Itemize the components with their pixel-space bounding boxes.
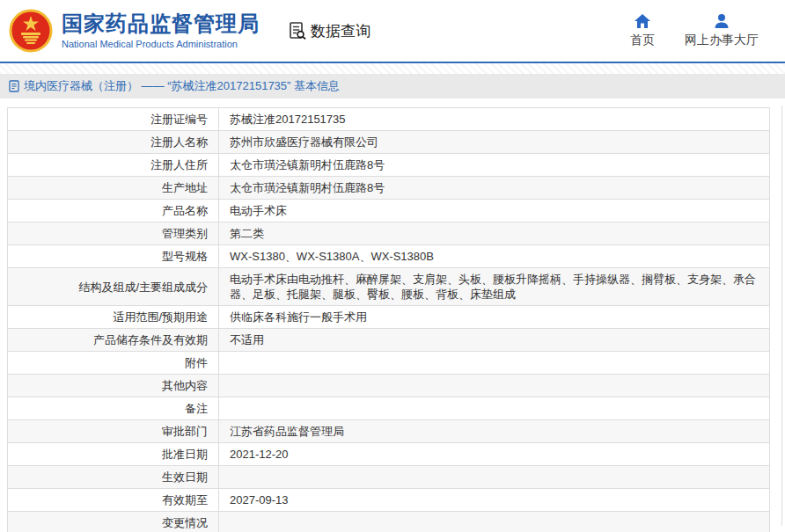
row-label: 审批部门 <box>8 420 219 442</box>
row-label-text: 适用范围/预期用途 <box>113 310 208 324</box>
row-label: 批准日期 <box>8 443 219 465</box>
nav-home-label: 首页 <box>630 33 655 48</box>
table-row: 变更情况 <box>8 512 769 532</box>
row-label: 型号规格 <box>8 245 219 267</box>
row-value: 苏州市欣盛医疗器械有限公司 <box>219 131 769 153</box>
table-row: 管理类别 第二类 <box>8 222 769 245</box>
row-label: 产品名称 <box>8 200 219 222</box>
row-label-text: 管理类别 <box>162 226 208 241</box>
row-label-text: 审批部门 <box>162 424 208 439</box>
row-label: 生产地址 <box>8 177 219 199</box>
breadcrumb: 境内医疗器械（注册） —— “苏械注准20172151735” 基本信息 <box>24 78 340 94</box>
row-label: 注册证编号 <box>8 108 219 130</box>
table-row: 备注 <box>8 397 769 420</box>
header-nav: 首页 网上办事大厅 <box>630 13 785 48</box>
row-value: 2021-12-20 <box>219 443 769 465</box>
row-label: 其他内容 <box>8 375 219 397</box>
scrollbar-track[interactable] <box>781 106 782 526</box>
row-label-text: 变更情况 <box>162 515 208 530</box>
row-label: 注册人住所 <box>8 154 219 176</box>
row-label: 产品储存条件及有效期 <box>8 329 219 351</box>
row-value: 太仓市璜泾镇新明村伍鹿路8号 <box>219 154 769 176</box>
org-title-block: 国家药品监督管理局 National Medical Products Admi… <box>62 12 260 48</box>
document-search-icon <box>288 21 307 40</box>
registration-info-table: 注册证编号 苏械注准20172151735 注册人名称 苏州市欣盛医疗器械有限公… <box>7 107 770 532</box>
org-name-en: National Medical Products Administration <box>62 39 260 49</box>
table-row: 附件 <box>8 352 769 375</box>
data-query-label: 数据查询 <box>311 21 370 41</box>
row-value: 第二类 <box>219 222 769 244</box>
data-query-section[interactable]: 数据查询 <box>288 21 370 41</box>
nav-home[interactable]: 首页 <box>630 13 655 48</box>
row-label-text: 生效日期 <box>162 470 208 485</box>
row-value: 供临床各科施行一般手术用 <box>219 306 769 328</box>
row-label: 附件 <box>8 352 219 374</box>
row-value: 太仓市璜泾镇新明村伍鹿路8号 <box>219 177 769 199</box>
row-label: 生效日期 <box>8 466 219 488</box>
table-row: 注册证编号 苏械注准20172151735 <box>8 108 769 131</box>
table-row: 适用范围/预期用途 供临床各科施行一般手术用 <box>8 306 769 329</box>
row-label: 备注 <box>8 397 219 419</box>
row-label-text: 注册证编号 <box>150 112 208 127</box>
row-label-text: 型号规格 <box>162 249 208 264</box>
row-label: 变更情况 <box>8 512 219 532</box>
row-value <box>219 397 769 419</box>
breadcrumb-bar: 境内医疗器械（注册） —— “苏械注准20172151735” 基本信息 <box>0 74 785 98</box>
table-row: 审批部门 江苏省药品监督管理局 <box>8 420 769 443</box>
row-value: 电动手术床 <box>219 200 769 222</box>
national-emblem-logo <box>9 9 53 53</box>
table-row: 注册人住所 太仓市璜泾镇新明村伍鹿路8号 <box>8 154 769 177</box>
row-label-text: 备注 <box>185 401 208 416</box>
document-icon <box>9 80 19 92</box>
table-row: 有效期至 2027-09-13 <box>8 489 769 512</box>
row-label-text: 注册人名称 <box>150 135 208 149</box>
row-label-text: 其他内容 <box>162 378 208 393</box>
table-row: 结构及组成/主要组成成分 电动手术床由电动推杆、麻醉屏架、支肩架、头板、腰板升降… <box>8 268 769 306</box>
row-label: 注册人名称 <box>8 131 219 153</box>
row-label-text: 注册人住所 <box>150 157 208 172</box>
table-row: 生效日期 <box>8 466 769 489</box>
texture-strip <box>0 63 785 74</box>
table-row: 产品名称 电动手术床 <box>8 200 769 222</box>
row-label: 结构及组成/主要组成成分 <box>8 268 219 305</box>
table-row: 产品储存条件及有效期 不适用 <box>8 329 769 352</box>
row-label-text: 有效期至 <box>162 492 208 507</box>
table-row: 注册人名称 苏州市欣盛医疗器械有限公司 <box>8 131 769 154</box>
table-row: 批准日期 2021-12-20 <box>8 443 769 466</box>
row-label-text: 附件 <box>185 355 208 370</box>
row-label-text: 生产地址 <box>162 180 208 195</box>
row-label-text: 产品储存条件及有效期 <box>93 332 208 347</box>
row-label-text: 产品名称 <box>162 203 208 218</box>
row-label-text: 结构及组成/主要组成成分 <box>78 280 208 295</box>
row-value: 江苏省药品监督管理局 <box>219 420 769 442</box>
row-value: 不适用 <box>219 329 769 351</box>
org-name-zh: 国家药品监督管理局 <box>62 12 260 35</box>
home-icon <box>634 13 651 29</box>
row-value <box>219 375 769 397</box>
row-value: 苏械注准20172151735 <box>219 108 769 130</box>
page-header: 国家药品监督管理局 National Medical Products Admi… <box>0 0 785 62</box>
row-value <box>219 466 769 488</box>
table-row: 型号规格 WX-S1380、WX-S1380A、WX-S1380B <box>8 245 769 268</box>
row-label: 有效期至 <box>8 489 219 511</box>
nav-online-hall-label: 网上办事大厅 <box>685 33 759 48</box>
row-label: 适用范围/预期用途 <box>8 306 219 328</box>
row-value: 电动手术床由电动推杆、麻醉屏架、支肩架、头板、腰板升降摇柄、手持操纵器、搁臂板、… <box>219 268 769 305</box>
table-row: 其他内容 <box>8 375 769 397</box>
row-value <box>219 352 769 374</box>
row-value <box>219 512 769 532</box>
row-value: 2027-09-13 <box>219 489 769 511</box>
row-label-text: 批准日期 <box>162 447 208 462</box>
row-label: 管理类别 <box>8 222 219 244</box>
table-row: 生产地址 太仓市璜泾镇新明村伍鹿路8号 <box>8 177 769 200</box>
row-value: WX-S1380、WX-S1380A、WX-S1380B <box>219 245 769 267</box>
user-icon <box>713 13 730 29</box>
nav-online-hall[interactable]: 网上办事大厅 <box>685 13 759 48</box>
